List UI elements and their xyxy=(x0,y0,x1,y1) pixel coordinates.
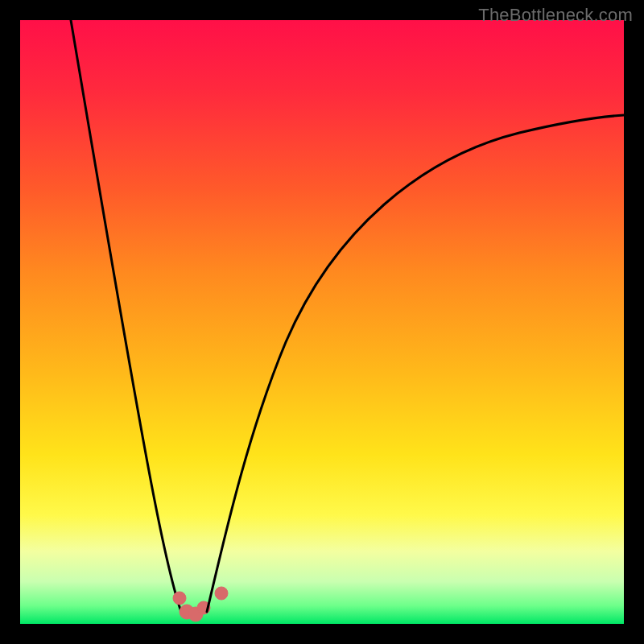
svg-point-4 xyxy=(215,587,228,600)
watermark-text: TheBottleneck.com xyxy=(478,5,633,26)
chart-frame: TheBottleneck.com xyxy=(0,0,644,644)
bottleneck-chart xyxy=(20,20,624,624)
svg-point-0 xyxy=(173,592,186,605)
gradient-background xyxy=(20,20,624,624)
